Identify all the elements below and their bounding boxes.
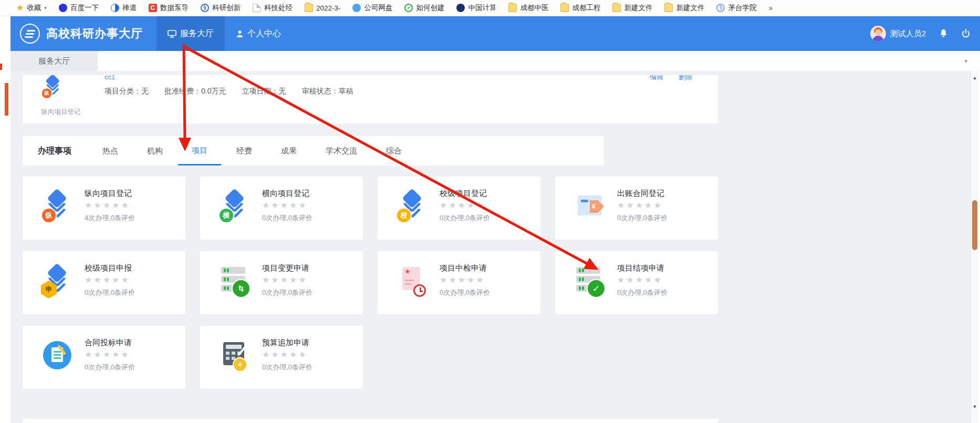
service-stats: 4次办理,0条评价: [85, 213, 135, 223]
scroll-thumb[interactable]: [972, 200, 977, 250]
nav-item-service-hall[interactable]: 服务大厅: [157, 16, 225, 51]
logout-button[interactable]: [961, 29, 971, 38]
page-scrollbar[interactable]: ▲ ▼: [971, 71, 978, 423]
bookmarks-overflow-button[interactable]: »: [768, 4, 773, 12]
bookmark-china-computing[interactable]: 中国计算: [456, 3, 496, 13]
doc-star-clock-icon: ★: [397, 265, 428, 296]
s-logo-icon: §: [201, 4, 209, 12]
service-card-zongxiang-dengji[interactable]: 纵 纵向项目登记 ★★★★★ 4次办理,0条评价: [23, 177, 185, 240]
tab-comprehensive[interactable]: 综合: [386, 136, 402, 166]
bookmark-scitech[interactable]: 科技处经: [253, 3, 293, 13]
app-header: 高校科研办事大厅 服务大厅 个人中心 测试人员2: [11, 16, 980, 51]
calculator-plus-icon: +: [219, 339, 251, 371]
globe-icon: [456, 4, 465, 12]
service-card-hengxiang-dengji[interactable]: 横 横向项目登记 ★★★★★ 0次办理,0条评价: [200, 177, 363, 240]
bookmark-chengdu-tcm[interactable]: 成都中医: [508, 3, 548, 13]
tab-academic-exchange[interactable]: 学术交流: [326, 136, 357, 166]
power-icon: [961, 29, 971, 38]
bookmark-zentao[interactable]: 禅道: [111, 3, 137, 13]
notifications-button[interactable]: [939, 29, 948, 38]
service-stats: 0次办理,0条评价: [262, 288, 312, 297]
service-title: 合同投标申请: [85, 338, 132, 348]
nav-label: 个人中心: [247, 28, 281, 39]
bookmark-baidu[interactable]: 百度一下: [59, 3, 99, 13]
browser-bookmarks-bar: ★ 收藏 ▾ 百度一下 禅道 C 数据泵导 § 科研创新 科技处经 2022-3…: [0, 0, 980, 16]
project-title-link[interactable]: cc1: [105, 75, 115, 81]
star-icon: ★: [16, 4, 24, 12]
badge: 横: [218, 208, 234, 223]
service-stats: 0次办理,0条评价: [617, 213, 668, 223]
plus-badge-icon: +: [233, 357, 247, 372]
bookmark-moutai[interactable]: § 茅台学院: [716, 3, 756, 13]
category-tabs: 办理事项 热点 机构 项目 经费 成果 学术交流 综合: [23, 136, 604, 166]
tab-funds[interactable]: 经费: [236, 136, 252, 166]
background-window-artifact: [5, 83, 8, 116]
service-stats: 0次办理,0条评价: [440, 213, 490, 223]
background-window-artifact: [0, 64, 2, 70]
next-section-edge: [23, 419, 718, 423]
nav-item-personal-center[interactable]: 个人中心: [225, 16, 292, 51]
service-card-xiaoji-shenbao[interactable]: 申 校级项目申报 ★★★★★ 0次办理,0条评价: [23, 251, 185, 314]
contract-pen-icon: [41, 339, 73, 371]
badge-zong: 纵: [41, 88, 53, 99]
layers-icon: 申: [41, 265, 73, 296]
monitor-icon: [168, 30, 176, 38]
user-menu[interactable]: 测试人员2: [870, 26, 926, 42]
layers-icon: 横: [219, 190, 251, 222]
services-grid: 纵 纵向项目登记 ★★★★★ 4次办理,0条评价 横 横向项目登记 ★★★★★ …: [23, 177, 718, 389]
meta-start-date: 立项日期：无: [242, 87, 286, 96]
bookmark-label: 2022-3-: [316, 4, 341, 12]
service-card-xiaoji-dengji[interactable]: 校 校级项目登记 ★★★★★ 0次办理,0条评价: [378, 177, 540, 240]
bookmark-label: 数据泵导: [160, 3, 189, 13]
tab-service-hall[interactable]: 服务大厅: [11, 51, 98, 71]
service-card-xiangmu-jiexiang[interactable]: ✓ 项目结项申请 ★★★★★ 0次办理,0条评价: [555, 251, 718, 314]
app-title: 高校科研办事大厅: [46, 26, 143, 42]
service-title: 项目中检申请: [440, 263, 487, 273]
meta-approved-funds: 批准经费：0.0万元: [164, 87, 226, 96]
scroll-up-arrow[interactable]: ▲: [971, 75, 978, 80]
service-title: 校级项目申报: [85, 263, 132, 273]
rating-stars: ★★★★★: [262, 349, 308, 359]
tab-results[interactable]: 成果: [281, 136, 297, 166]
tab-hot[interactable]: 热点: [102, 136, 118, 166]
bookmark-favorites[interactable]: ★ 收藏 ▾: [16, 3, 47, 13]
bookmark-datapump[interactable]: C 数据泵导: [149, 3, 189, 13]
project-summary-card: 纵 纵向项目登记 cc1 项目分类：无 批准经费：0.0万元 立项日期：无 审核…: [23, 75, 718, 123]
delete-link[interactable]: 删除: [679, 75, 692, 81]
bookmark-newfile-2[interactable]: 新建文件: [664, 3, 704, 13]
tab-list-dropdown[interactable]: ▾: [964, 51, 967, 71]
service-stats: 0次办理,0条评价: [262, 213, 312, 223]
rating-stars: ★★★★★: [617, 200, 663, 210]
service-card-chuzhang-hetong[interactable]: ¥ 出账合同登记 ★★★★★ 0次办理,0条评价: [555, 177, 718, 240]
bookmark-label: 收藏: [27, 3, 41, 13]
layers-icon: 纵: [41, 190, 73, 222]
nav-label: 服务大厅: [180, 28, 214, 39]
bookmark-label: 新建文件: [676, 3, 704, 13]
edit-link[interactable]: 编辑: [650, 75, 663, 81]
star-icon: ★: [404, 267, 411, 275]
check-badge-icon: ✓: [587, 279, 606, 298]
s-logo-icon: §: [716, 4, 725, 12]
meta-review-status: 审核状态：草稿: [301, 87, 353, 96]
bookmark-label: 成都中医: [520, 3, 548, 13]
service-card-xiangmu-biangeng[interactable]: 项目变更申请 ★★★★★ 0次办理,0条评价: [200, 251, 363, 314]
tab-project[interactable]: 项目: [178, 136, 221, 166]
scroll-down-arrow[interactable]: ▼: [971, 404, 978, 409]
service-card-yusuan-zhuijia[interactable]: + 预算追加申请 ★★★★★ 0次办理,0条评价: [200, 326, 363, 389]
bookmark-2022[interactable]: 2022-3-: [305, 4, 341, 12]
service-card-xiangmu-zhongjian[interactable]: ★ 项目中检申请 ★★★★★ 0次办理,0条评价: [378, 251, 540, 314]
bookmark-research[interactable]: § 科研创新: [201, 3, 241, 13]
chevron-down-icon[interactable]: ▾: [44, 5, 47, 11]
bookmark-howto[interactable]: ✔ 如何创建: [404, 3, 444, 13]
service-card-hetong-toubiao[interactable]: 合同投标申请 ★★★★★ 0次办理,0条评价: [23, 326, 185, 389]
bookmark-netdisk[interactable]: 公司网盘: [352, 3, 392, 13]
person-icon: [236, 30, 244, 38]
bookmark-chengdu-eng[interactable]: 成都工程: [560, 3, 600, 13]
tab-organization[interactable]: 机构: [147, 136, 163, 166]
rating-stars: ★★★★★: [440, 200, 485, 210]
badge: 校: [396, 208, 412, 223]
layers-icon: 校: [397, 190, 428, 222]
contract-cash-icon: ¥: [574, 190, 606, 222]
clock-icon: [413, 284, 426, 297]
bookmark-newfile-1[interactable]: 新建文件: [612, 3, 652, 13]
